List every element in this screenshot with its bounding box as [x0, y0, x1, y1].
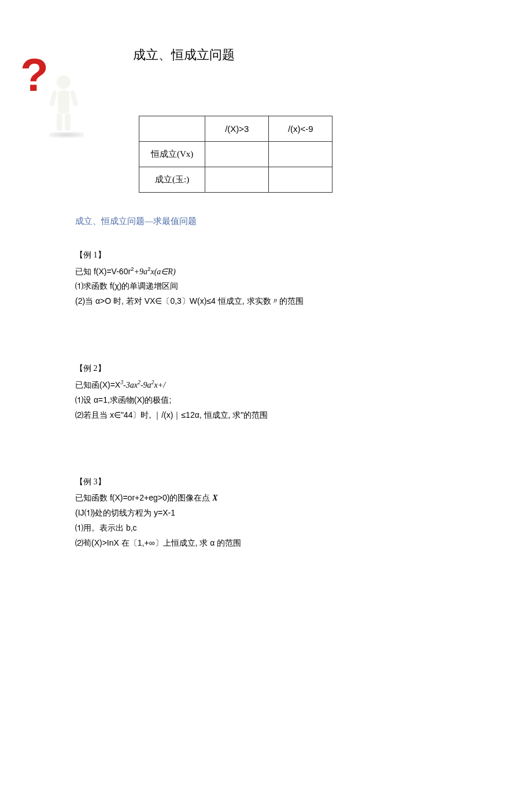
example-line: ⑴用。表示出 b,c [75, 521, 457, 536]
table-row: /(X)>3 /(x)<-9 [139, 116, 332, 142]
text: 已知函数 f(X)=or+2+eg>0)的图像在点 [75, 493, 212, 502]
example-line: ⑴设 α=1,求函物(X)的极值; [75, 393, 457, 408]
example-3: 【例 3】 已知函数 f(X)=or+2+eg>0)的图像在点 X (IJ⑴)处… [75, 474, 457, 550]
section-title: 成立、恒成立问题—求最值问题 [75, 216, 457, 227]
example-line: (IJ⑴)处的切线方程为 y=X-1 [75, 506, 457, 521]
table-row2-label: 成立(玉:) [139, 167, 205, 193]
example-line: 已知函数 f(X)=or+2+eg>0)的图像在点 X [75, 491, 457, 506]
table-cell [269, 167, 332, 193]
question-mark-icon: ? [20, 52, 49, 98]
example-label: 【例 3】 [75, 474, 457, 490]
text: +9a [134, 267, 147, 276]
text: -3ax [123, 381, 138, 389]
table-row: 成立(玉:) [139, 167, 332, 193]
table-header-col2: /(x)<-9 [269, 116, 332, 142]
text: X [212, 494, 217, 502]
table-header-col1: /(X)>3 [205, 116, 269, 142]
text: 已知函(X)=X [75, 380, 120, 389]
example-line: ⑵荀(X)>InX 在〔1,+∞〕上恒成立, 求 α 的范围 [75, 536, 457, 551]
table-cell-empty [139, 116, 205, 142]
table-cell [269, 142, 332, 167]
table-row1-label: 恒成立(Vx) [139, 142, 205, 167]
table-cell [205, 167, 269, 193]
example-line: (2)当 α>O 时, 若对 VX∈〔0,3〕W(x)≤4 恒成立, 求实数〃的… [75, 294, 457, 309]
text: x(a∈R) [150, 267, 175, 276]
figure-icon [49, 75, 78, 133]
table-cell [205, 142, 269, 167]
example-line: 已知 f(X)=V-60r2+9a2x(a∈R) [75, 264, 457, 279]
example-1: 【例 1】 已知 f(X)=V-60r2+9a2x(a∈R) ⑴求函数 f(χ)… [75, 248, 457, 309]
text: -9a [141, 381, 152, 389]
text: 已知 f(X)=V-60r [75, 267, 131, 276]
table-row: 恒成立(Vx) [139, 142, 332, 167]
text: x+/ [154, 381, 165, 389]
question-mark-illustration: ? [17, 52, 81, 139]
example-label: 【例 2】 [75, 361, 457, 376]
example-line: 已知函(X)=X3-3ax2-9a2x+/ [75, 377, 457, 393]
example-line: ⑵若且当 x∈"44〕时, ｜/(x)｜≤12α, 恒成立, 求"的范围 [75, 408, 457, 423]
example-label: 【例 1】 [75, 248, 457, 263]
page-title: 成立、恒成立问题 [133, 46, 457, 64]
header-section: ? 成立、恒成立问题 /(X)>3 /(x)<-9 恒成立(Vx) [75, 46, 457, 193]
example-2: 【例 2】 已知函(X)=X3-3ax2-9a2x+/ ⑴设 α=1,求函物(X… [75, 361, 457, 422]
criteria-table: /(X)>3 /(x)<-9 恒成立(Vx) 成立(玉:) [139, 116, 332, 193]
example-line: ⑴求函数 f(χ)的单调递增区间 [75, 279, 457, 294]
